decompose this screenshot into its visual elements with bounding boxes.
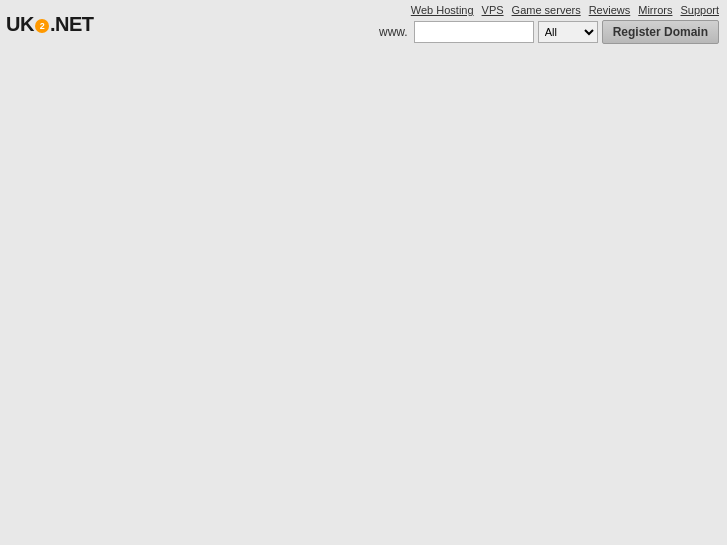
- header: UK.NET Web Hosting VPS Game servers Revi…: [0, 0, 727, 48]
- nav-web-hosting[interactable]: Web Hosting: [411, 4, 474, 16]
- domain-bar: www. All .com .net .org .co.uk .me.uk Re…: [379, 20, 719, 44]
- logo-net: .NET: [50, 13, 94, 35]
- nav-reviews[interactable]: Reviews: [589, 4, 631, 16]
- register-domain-button[interactable]: Register Domain: [602, 20, 719, 44]
- logo-text: UK.NET: [6, 14, 93, 34]
- nav-game-servers[interactable]: Game servers: [512, 4, 581, 16]
- top-nav: Web Hosting VPS Game servers Reviews Mir…: [411, 4, 719, 16]
- navigation: Web Hosting VPS Game servers Reviews Mir…: [379, 4, 719, 44]
- www-label: www.: [379, 25, 408, 39]
- main-content: [0, 48, 727, 68]
- nav-vps[interactable]: VPS: [482, 4, 504, 16]
- tld-select[interactable]: All .com .net .org .co.uk .me.uk: [538, 21, 598, 43]
- logo[interactable]: UK.NET: [6, 14, 93, 34]
- domain-input[interactable]: [414, 21, 534, 43]
- nav-support[interactable]: Support: [680, 4, 719, 16]
- logo-circle-icon: [35, 19, 49, 33]
- nav-mirrors[interactable]: Mirrors: [638, 4, 672, 16]
- logo-uk: UK: [6, 13, 34, 35]
